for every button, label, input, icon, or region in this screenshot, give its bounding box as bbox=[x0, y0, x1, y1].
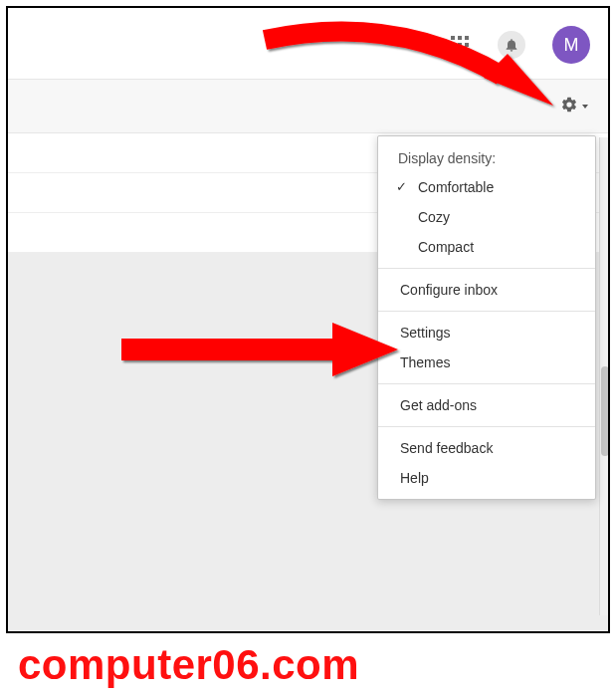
settings-dropdown-menu: Display density: Comfortable Cozy Compac… bbox=[377, 135, 596, 500]
menu-section-header: Display density: bbox=[378, 146, 595, 172]
bell-icon bbox=[498, 31, 525, 59]
menu-item-density-cozy[interactable]: Cozy bbox=[378, 202, 595, 232]
top-bar: M bbox=[8, 8, 608, 80]
watermark-text: computer06.com bbox=[18, 641, 359, 689]
menu-separator bbox=[378, 311, 595, 312]
menu-item-help[interactable]: Help bbox=[378, 463, 595, 493]
caret-down-icon bbox=[582, 105, 588, 109]
toolbar bbox=[8, 80, 608, 133]
menu-item-get-addons[interactable]: Get add-ons bbox=[378, 390, 595, 420]
menu-item-send-feedback[interactable]: Send feedback bbox=[378, 433, 595, 463]
gear-icon bbox=[560, 96, 578, 117]
menu-item-themes[interactable]: Themes bbox=[378, 348, 595, 377]
menu-separator bbox=[378, 383, 595, 384]
account-avatar[interactable]: M bbox=[552, 26, 590, 64]
menu-separator bbox=[378, 268, 595, 269]
settings-gear-button[interactable] bbox=[554, 92, 592, 121]
menu-item-density-comfortable[interactable]: Comfortable bbox=[378, 172, 595, 202]
screenshot-frame: M Display density: Comfortable Cozy Comp… bbox=[6, 6, 610, 633]
apps-icon[interactable] bbox=[445, 30, 475, 60]
menu-item-density-compact[interactable]: Compact bbox=[378, 232, 595, 262]
menu-separator bbox=[378, 426, 595, 427]
scrollbar-thumb[interactable] bbox=[601, 366, 609, 456]
notifications-button[interactable] bbox=[497, 30, 526, 60]
vertical-scrollbar[interactable] bbox=[599, 137, 609, 615]
menu-item-settings[interactable]: Settings bbox=[378, 318, 595, 348]
menu-item-configure-inbox[interactable]: Configure inbox bbox=[378, 275, 595, 305]
apps-grid-icon bbox=[451, 36, 469, 54]
